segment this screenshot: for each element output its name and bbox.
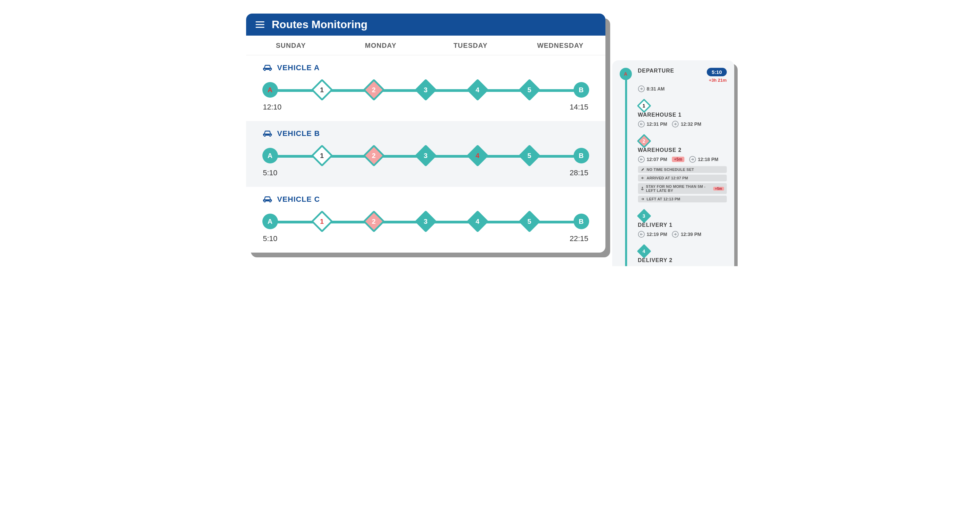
routes-panel: Routes Monitoring SUNDAY MONDAY TUESDAY …	[246, 14, 605, 253]
route-start-time: 5:10	[263, 234, 278, 243]
route-stop-node[interactable]: 5	[522, 82, 537, 98]
vehicle-section: VEHICLE CA12345B5:10 22:15	[246, 187, 605, 253]
route-track: A12345B	[262, 211, 589, 232]
stop-out-time: 12:18 PM	[689, 156, 719, 163]
route-stop-node[interactable]: 3	[418, 148, 434, 164]
departure-time-pill: 5:10	[707, 68, 727, 76]
route-stop-node[interactable]: 1	[314, 82, 330, 98]
in-icon	[641, 176, 645, 180]
arrow-out-icon	[672, 121, 679, 127]
tab-tuesday[interactable]: TUESDAY	[426, 36, 515, 55]
stop-departure[interactable]: A DEPARTURE 5:10 +3h 21m 8:31 AM	[620, 68, 727, 92]
route-end-time: 14:15	[570, 103, 588, 111]
car-icon	[262, 195, 272, 204]
route-stop-node[interactable]: 4	[470, 148, 485, 164]
route-track: A12345B	[262, 80, 589, 100]
route-stop-node[interactable]: 5	[522, 213, 537, 229]
route-stop-node[interactable]: 2	[366, 82, 382, 98]
anchor-icon	[641, 186, 644, 191]
arrow-out-icon	[689, 156, 696, 163]
route-end-node[interactable]: B	[574, 82, 589, 98]
detail-stop[interactable]: 1WAREHOUSE 112:31 PM12:32 PM	[620, 100, 727, 127]
route-start-time: 12:10	[263, 103, 282, 111]
route-end-time: 22:15	[570, 234, 588, 243]
detail-stop[interactable]: 3DELIVERY 112:19 PM12:39 PM	[620, 210, 727, 238]
stop-out-time: 12:39 PM	[672, 231, 702, 238]
stop-marker: 1	[638, 100, 650, 112]
route-stop-node[interactable]: 1	[314, 213, 330, 229]
route-stop-node[interactable]: 5	[522, 148, 537, 164]
tab-wednesday[interactable]: WEDNESDAY	[515, 36, 605, 55]
car-icon	[262, 129, 272, 138]
svg-point-0	[642, 187, 643, 188]
vehicle-name: VEHICLE B	[277, 129, 320, 138]
route-detail-panel: A DEPARTURE 5:10 +3h 21m 8:31 AM 1WAREHO…	[612, 60, 734, 266]
stop-note: LEFT AT 12:13 PM	[638, 196, 727, 202]
menu-icon[interactable]	[256, 20, 264, 30]
route-stop-node[interactable]: 3	[418, 213, 434, 229]
vehicle-name: VEHICLE A	[277, 64, 320, 72]
stop-marker: 4	[638, 245, 650, 257]
arrow-in-icon	[638, 156, 645, 163]
stop-title: DEPARTURE	[638, 68, 674, 74]
detail-stop[interactable]: 4DELIVERY 212:45 PM1:15 PM	[620, 245, 727, 266]
vehicle-section: VEHICLE BA12345B5:10 28:15	[246, 121, 605, 187]
route-stop-node[interactable]: 4	[470, 82, 485, 98]
route-stop-node[interactable]: 1	[314, 148, 330, 164]
arrow-in-icon	[638, 121, 645, 127]
arrow-out-icon	[672, 231, 679, 238]
vehicle-name: VEHICLE C	[277, 195, 320, 204]
route-stop-node[interactable]: 2	[366, 213, 382, 229]
arrow-out-icon	[638, 86, 645, 92]
stop-in-time: 12:31 PM	[638, 121, 667, 127]
stop-note: STAY FOR NO MORE THAN 5M - LEFT LATE BY+…	[638, 183, 727, 194]
route-end-time: 28:15	[570, 169, 588, 177]
detail-stop[interactable]: 2WAREHOUSE 212:07 PM+5m12:18 PMNO TIME S…	[620, 135, 727, 202]
departure-actual-time: 8:31 AM	[638, 86, 665, 92]
route-stop-node[interactable]: 2	[366, 148, 382, 164]
late-tag: +5m	[713, 187, 724, 191]
route-track: A12345B	[262, 145, 589, 166]
car-icon	[262, 64, 272, 72]
arrow-in-icon	[638, 231, 645, 238]
day-tabs: SUNDAY MONDAY TUESDAY WEDNESDAY	[246, 36, 605, 55]
out-icon	[641, 197, 645, 201]
tab-sunday[interactable]: SUNDAY	[246, 36, 336, 55]
stop-notes: NO TIME SCHEDULE SETARRIVED AT 12:07 PMS…	[638, 166, 727, 202]
app-header: Routes Monitoring	[246, 14, 605, 36]
stop-title: DELIVERY 1	[638, 222, 727, 228]
route-end-node[interactable]: B	[574, 148, 589, 164]
stop-note: ARRIVED AT 12:07 PM	[638, 175, 727, 181]
stop-title: WAREHOUSE 1	[638, 112, 727, 118]
tab-monday[interactable]: MONDAY	[336, 36, 426, 55]
stop-in-time: 12:19 PM	[638, 231, 667, 238]
route-start-node[interactable]: A	[262, 148, 278, 164]
pencil-icon	[641, 167, 645, 172]
route-end-node[interactable]: B	[574, 213, 589, 229]
stop-marker: 2	[638, 135, 650, 147]
late-badge: +5m	[672, 157, 684, 162]
marker-departure: A	[620, 68, 632, 80]
route-stop-node[interactable]: 3	[418, 82, 434, 98]
page-title: Routes Monitoring	[272, 18, 368, 31]
stop-note: NO TIME SCHEDULE SET	[638, 166, 727, 173]
vehicle-section: VEHICLE AA12345B12:10 14:15	[246, 55, 605, 121]
stop-out-time: 12:32 PM	[672, 121, 702, 127]
stop-title: DELIVERY 2	[638, 257, 727, 263]
stop-title: WAREHOUSE 2	[638, 147, 727, 153]
route-stop-node[interactable]: 4	[470, 213, 485, 229]
route-start-time: 5:10	[263, 169, 278, 177]
route-start-node[interactable]: A	[262, 213, 278, 229]
departure-delta: +3h 21m	[707, 78, 727, 83]
stop-in-time: 12:07 PM	[638, 156, 667, 163]
route-start-node[interactable]: A	[262, 82, 278, 98]
stop-marker: 3	[638, 210, 650, 222]
